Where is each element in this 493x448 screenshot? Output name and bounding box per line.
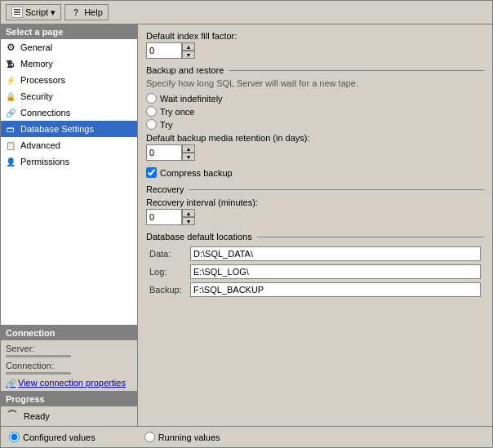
recovery-interval-up[interactable]: ▲ — [182, 209, 195, 217]
running-values-radio[interactable] — [144, 432, 155, 442]
wait-indefinitely-label: Wait indefinitely — [160, 94, 223, 104]
sidebar-item-label: Memory — [20, 59, 53, 69]
compress-backup-checkbox[interactable] — [146, 167, 157, 178]
try-label: Try — [160, 120, 172, 130]
try-once-radio-group: Try once — [146, 106, 484, 117]
retention-up[interactable]: ▲ — [182, 144, 195, 153]
recovery-interval-spinner: ▲ ▼ — [146, 209, 484, 225]
script-label: Script — [25, 7, 48, 17]
progress-spinner — [6, 410, 19, 423]
sidebar-item-permissions[interactable]: Permissions — [1, 153, 137, 170]
retention-spinner: ▲ ▼ — [146, 144, 484, 161]
server-value — [6, 355, 71, 357]
retention-input[interactable] — [146, 144, 182, 161]
server-label: Server: — [6, 344, 34, 353]
left-panel: Select a page General Memory Processors … — [1, 24, 138, 426]
fill-factor-label: Default index fill factor: — [146, 31, 484, 41]
log-location-row: Log: — [146, 263, 484, 281]
configured-values-label: Configured values — [23, 432, 95, 442]
try-radio[interactable] — [146, 119, 157, 130]
connection-row: Connection: — [6, 361, 132, 375]
help-button[interactable]: ? Help — [64, 4, 109, 20]
configured-values-radio-group: Configured values — [9, 432, 95, 442]
backup-location-input[interactable] — [190, 282, 481, 297]
view-connection-link[interactable]: 🔗 View connection properties — [6, 378, 132, 388]
sidebar-item-label: Advanced — [20, 140, 60, 150]
data-location-label: Data: — [146, 245, 187, 263]
compress-backup-row: Compress backup — [146, 167, 484, 178]
backup-location-row: Backup: — [146, 281, 484, 299]
compress-backup-label: Compress backup — [160, 168, 233, 178]
toolbar: Script ▾ ? Help — [1, 1, 492, 24]
fill-factor-group: Default index fill factor: ▲ ▼ — [146, 31, 484, 59]
sidebar-item-label: Connections — [20, 108, 70, 118]
permissions-icon — [4, 155, 17, 168]
recovery-divider-line — [189, 189, 484, 190]
fill-factor-spinner: ▲ ▼ — [146, 42, 484, 59]
wait-indefinitely-radio-group: Wait indefinitely — [146, 93, 484, 104]
recovery-interval-group: Recovery interval (minutes): ▲ ▼ — [146, 197, 484, 225]
connection-section: Connection Server: Connection: 🔗 View co… — [1, 325, 137, 391]
general-icon — [4, 41, 17, 54]
backup-section-label: Backup and restore — [146, 65, 224, 75]
db-locations-divider: Database default locations — [146, 232, 484, 242]
database-icon — [4, 122, 17, 135]
db-locations-line — [257, 237, 484, 237]
log-location-input[interactable] — [190, 264, 481, 279]
recovery-interval-input[interactable] — [146, 209, 182, 225]
bottom-bar: Configured values Running values — [1, 426, 492, 447]
script-button[interactable]: Script ▾ — [6, 4, 61, 20]
try-radio-group: Try — [146, 119, 484, 130]
connections-icon — [4, 106, 17, 119]
processor-icon — [4, 73, 17, 86]
fill-factor-down[interactable]: ▼ — [182, 51, 195, 59]
sidebar-item-label: General — [20, 42, 52, 52]
data-location-row: Data: — [146, 245, 484, 263]
memory-icon — [4, 57, 17, 70]
sidebar-item-advanced[interactable]: Advanced — [1, 137, 137, 153]
advanced-icon — [4, 139, 17, 152]
sidebar-item-label: Security — [20, 91, 53, 101]
select-page-header: Select a page — [1, 24, 137, 39]
sidebar-item-general[interactable]: General — [1, 39, 137, 55]
security-icon — [4, 90, 17, 103]
db-locations-label: Database default locations — [146, 232, 252, 242]
fill-factor-up[interactable]: ▲ — [182, 42, 195, 51]
progress-section: Progress Ready — [1, 391, 137, 426]
fill-factor-spinner-buttons: ▲ ▼ — [182, 42, 195, 59]
server-row: Server: — [6, 344, 132, 357]
sidebar-item-memory[interactable]: Memory — [1, 55, 137, 72]
sidebar-item-database-settings[interactable]: Database Settings — [1, 121, 137, 137]
progress-content: Ready — [1, 406, 137, 426]
retention-down[interactable]: ▼ — [182, 153, 195, 161]
backup-location-value-cell — [187, 281, 484, 299]
retention-group: Default backup media retention (in days)… — [146, 133, 484, 161]
backup-section-divider: Backup and restore — [146, 65, 484, 75]
link-icon: 🔗 — [6, 379, 16, 388]
data-location-input[interactable] — [190, 246, 481, 261]
view-connection-text: View connection properties — [18, 378, 126, 388]
recovery-interval-buttons: ▲ ▼ — [182, 209, 195, 225]
try-once-radio[interactable] — [146, 106, 157, 117]
content-area: Select a page General Memory Processors … — [1, 24, 492, 426]
progress-status: Ready — [24, 411, 50, 421]
connection-content: Server: Connection: 🔗 View connection pr… — [1, 340, 137, 391]
backup-divider-line — [229, 70, 484, 71]
connection-value — [6, 372, 71, 375]
log-location-label: Log: — [146, 263, 187, 281]
progress-header: Progress — [1, 392, 137, 406]
retention-label: Default backup media retention (in days)… — [146, 133, 484, 143]
recovery-interval-down[interactable]: ▼ — [182, 217, 195, 225]
sidebar-item-processors[interactable]: Processors — [1, 72, 137, 88]
sidebar-item-label: Database Settings — [20, 124, 94, 134]
wait-indefinitely-radio[interactable] — [146, 93, 157, 104]
fill-factor-input[interactable] — [146, 42, 182, 59]
configured-values-radio[interactable] — [9, 432, 20, 442]
sidebar-item-connections[interactable]: Connections — [1, 104, 137, 121]
log-location-value-cell — [187, 263, 484, 281]
data-location-value-cell — [187, 245, 484, 263]
recovery-section-label: Recovery — [146, 184, 184, 194]
right-panel: Default index fill factor: ▲ ▼ Backup an… — [138, 24, 492, 426]
running-values-label: Running values — [158, 432, 220, 442]
sidebar-item-security[interactable]: Security — [1, 88, 137, 104]
